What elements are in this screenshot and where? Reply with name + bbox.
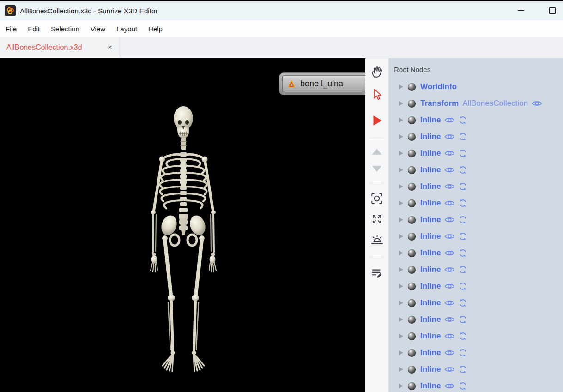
tree-node-row[interactable]: Inline: [389, 378, 563, 392]
tree-node-row[interactable]: Inline: [389, 112, 563, 128]
expander-triangle-icon[interactable]: [399, 284, 403, 289]
selected-node-chip[interactable]: bone l_ulna: [279, 72, 365, 95]
reload-icon[interactable]: [459, 149, 467, 157]
node-type-label: Inline: [420, 332, 441, 341]
menu-edit[interactable]: Edit: [22, 22, 45, 36]
reload-icon[interactable]: [459, 216, 467, 224]
menu-selection[interactable]: Selection: [45, 22, 85, 36]
visibility-eye-icon[interactable]: [444, 216, 455, 223]
select-arrow-icon[interactable]: [369, 86, 385, 102]
visibility-eye-icon[interactable]: [444, 233, 455, 240]
expander-triangle-icon[interactable]: [399, 118, 403, 122]
sunrise-light-icon[interactable]: [369, 232, 385, 247]
tree-node-row[interactable]: Inline: [389, 295, 563, 311]
expander-triangle-icon[interactable]: [399, 151, 403, 156]
tree-node-row[interactable]: Inline: [389, 195, 563, 211]
expander-triangle-icon[interactable]: [399, 251, 403, 255]
reload-icon[interactable]: [459, 315, 467, 324]
reload-icon[interactable]: [459, 332, 467, 340]
node-sphere-icon: [408, 183, 416, 191]
reload-icon[interactable]: [459, 199, 467, 207]
visibility-eye-icon[interactable]: [444, 166, 455, 174]
visibility-eye-icon[interactable]: [444, 150, 455, 157]
reload-icon[interactable]: [459, 116, 467, 124]
reload-icon[interactable]: [459, 249, 467, 257]
reload-icon[interactable]: [459, 382, 467, 390]
node-type-label: Transform: [420, 99, 459, 108]
tree-node-row[interactable]: Inline: [389, 128, 563, 145]
visibility-eye-icon[interactable]: [444, 249, 455, 257]
tree-node-row[interactable]: Inline: [389, 178, 563, 195]
tree-node-row[interactable]: Inline: [389, 344, 563, 361]
visibility-eye-icon[interactable]: [444, 316, 455, 323]
tab-allbonescollection[interactable]: AllBonesCollection.x3d ×: [0, 37, 120, 58]
tree-node-row[interactable]: Inline: [389, 278, 563, 295]
reload-icon[interactable]: [459, 182, 467, 191]
tree-node-row[interactable]: Inline: [389, 228, 563, 245]
node-type-label: Inline: [420, 149, 441, 158]
reload-icon[interactable]: [459, 265, 467, 274]
visibility-eye-icon[interactable]: [444, 366, 455, 373]
expander-triangle-icon[interactable]: [399, 367, 403, 372]
menu-help[interactable]: Help: [143, 22, 168, 36]
visibility-eye-icon[interactable]: [444, 349, 455, 356]
visibility-eye-icon[interactable]: [444, 332, 455, 340]
viewport-3d[interactable]: bone l_ulna: [0, 58, 365, 392]
expander-triangle-icon[interactable]: [399, 168, 403, 172]
expander-triangle-icon[interactable]: [399, 317, 403, 322]
expander-triangle-icon[interactable]: [399, 201, 403, 205]
node-name-label: AllBonesCollection: [462, 99, 528, 108]
move-down-icon[interactable]: [369, 161, 385, 176]
tree-node-row[interactable]: Inline: [389, 328, 563, 344]
expander-triangle-icon[interactable]: [399, 134, 403, 139]
maximize-button[interactable]: [542, 1, 563, 20]
visibility-eye-icon[interactable]: [444, 266, 455, 273]
expander-triangle-icon[interactable]: [399, 267, 403, 272]
reload-icon[interactable]: [459, 166, 467, 174]
menu-view[interactable]: View: [85, 22, 111, 36]
skeleton-model[interactable]: [0, 58, 365, 392]
expander-triangle-icon[interactable]: [399, 301, 403, 305]
tree-node-row[interactable]: Inline: [389, 311, 563, 328]
tree-node-row[interactable]: Inline: [389, 162, 563, 178]
expander-triangle-icon[interactable]: [399, 84, 403, 89]
reload-icon[interactable]: [459, 365, 467, 374]
visibility-eye-icon[interactable]: [444, 382, 455, 390]
minimize-button[interactable]: [510, 1, 532, 20]
expander-triangle-icon[interactable]: [399, 334, 403, 338]
expander-triangle-icon[interactable]: [399, 384, 403, 388]
visibility-eye-icon[interactable]: [444, 283, 455, 290]
menu-file[interactable]: File: [5, 22, 22, 36]
play-icon[interactable]: [369, 113, 385, 128]
visibility-eye-icon[interactable]: [444, 183, 455, 190]
reload-icon[interactable]: [459, 299, 467, 307]
visibility-eye-icon[interactable]: [444, 299, 455, 307]
reload-icon[interactable]: [459, 232, 467, 241]
tree-node-row[interactable]: Inline: [389, 261, 563, 278]
reload-icon[interactable]: [459, 133, 467, 141]
fullscreen-expand-icon[interactable]: [369, 211, 385, 227]
reload-icon[interactable]: [459, 282, 467, 290]
tree-node-row[interactable]: Transform AllBonesCollection: [389, 95, 563, 112]
tree-node-row[interactable]: Inline: [389, 211, 563, 228]
expander-triangle-icon[interactable]: [399, 217, 403, 222]
reload-icon[interactable]: [459, 349, 467, 357]
expander-triangle-icon[interactable]: [399, 184, 403, 189]
move-up-icon[interactable]: [369, 144, 385, 160]
tree-node-row[interactable]: Inline: [389, 245, 563, 261]
expander-triangle-icon[interactable]: [399, 234, 403, 239]
visibility-eye-icon[interactable]: [444, 116, 455, 124]
edit-script-icon[interactable]: [369, 265, 385, 281]
visibility-eye-icon[interactable]: [444, 199, 455, 207]
tree-node-row[interactable]: Inline: [389, 145, 563, 162]
visibility-eye-icon[interactable]: [532, 100, 542, 107]
expander-triangle-icon[interactable]: [399, 350, 403, 355]
hand-pan-icon[interactable]: [369, 64, 385, 80]
frame-selection-icon[interactable]: [369, 191, 385, 206]
visibility-eye-icon[interactable]: [444, 133, 455, 140]
tab-close-icon[interactable]: ×: [106, 43, 114, 51]
menu-layout[interactable]: Layout: [111, 22, 143, 36]
tree-node-row[interactable]: WorldInfo: [389, 78, 563, 95]
tree-node-row[interactable]: Inline: [389, 361, 563, 378]
expander-triangle-icon[interactable]: [399, 101, 403, 106]
